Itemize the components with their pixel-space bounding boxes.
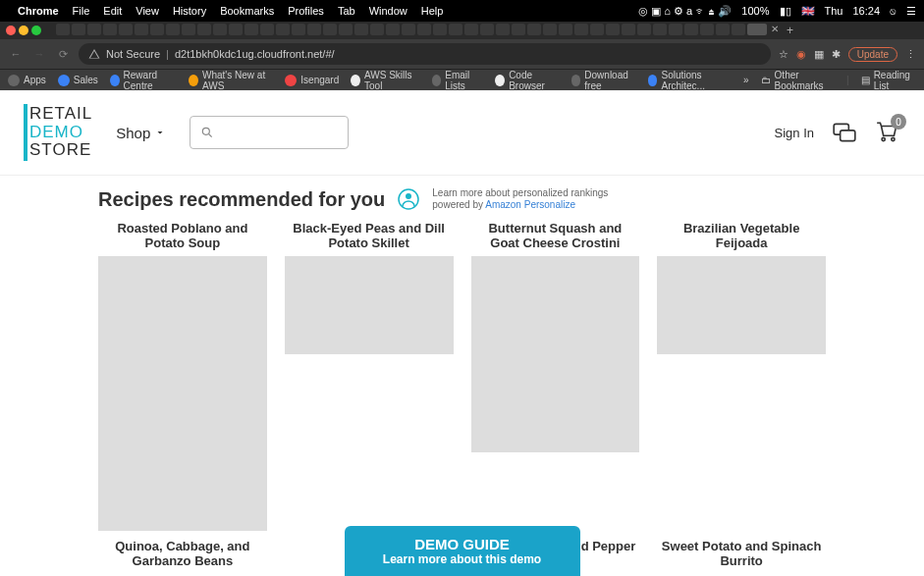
menu-help[interactable]: Help [421, 5, 444, 17]
bookmark-code[interactable]: Code Browser [495, 70, 559, 91]
clock-time: 16:24 [852, 5, 880, 17]
cart-count-badge: 0 [891, 114, 906, 130]
extension-1-icon[interactable]: ◉ [796, 48, 806, 61]
recipe-card[interactable]: Butternut Squash and Goat Cheese Crostin… [471, 221, 640, 531]
recipe-title: Butternut Squash and Goat Cheese Crostin… [471, 221, 640, 252]
recipe-card[interactable]: Roasted Poblano and Potato Soup [98, 221, 267, 531]
bookmarks-overflow[interactable]: » [743, 75, 749, 85]
cart-button[interactable]: 0 [875, 120, 900, 145]
chevron-down-icon [154, 127, 166, 138]
recipe-title[interactable]: Sweet Potato and Spinach Burrito [657, 539, 826, 568]
menu-window[interactable]: Window [369, 5, 408, 17]
active-tab[interactable] [747, 24, 767, 35]
personalize-link[interactable]: Amazon Personalize [485, 199, 575, 210]
recipe-title: Black-Eyed Peas and Dill Potato Skillet [285, 221, 454, 252]
macos-menubar: Chrome File Edit View History Bookmarks … [0, 0, 924, 22]
demo-guide-title: DEMO GUIDE [374, 536, 551, 552]
battery-pct: 100% [741, 5, 769, 17]
search-input[interactable] [190, 116, 349, 149]
svg-point-0 [203, 128, 210, 134]
bookmark-download[interactable]: Download free [571, 70, 636, 91]
browser-tab-strip: ✕ + [0, 22, 924, 39]
logo-retail: RETAIL [29, 105, 92, 124]
sign-in-link[interactable]: Sign In [775, 126, 814, 140]
flag-icon[interactable]: 🇬🇧 [801, 5, 815, 18]
window-close-button[interactable] [6, 26, 16, 35]
demo-guide-panel[interactable]: DEMO GUIDE Learn more about this demo [345, 526, 580, 576]
other-bookmarks[interactable]: 🗀Other Bookmarks [761, 70, 835, 91]
bookmark-solutions[interactable]: Solutions Architec... [648, 70, 732, 91]
menu-bookmarks[interactable]: Bookmarks [220, 5, 274, 17]
not-secure-label: Not Secure [106, 48, 160, 60]
status-icons: ◎ ▣ ⌂ ⚙ a ᯤ ⏏ 🔊 [638, 5, 732, 18]
browser-menu-icon[interactable]: ⋮ [905, 48, 916, 61]
svg-rect-3 [841, 131, 855, 141]
personalize-icon [397, 187, 420, 211]
logo[interactable]: RETAIL DEMO STORE [24, 104, 92, 161]
bookmark-isengard[interactable]: Isengard [285, 75, 339, 86]
browser-tabs[interactable]: ✕ + [56, 24, 793, 37]
menu-edit[interactable]: Edit [103, 5, 122, 17]
new-tab-button[interactable]: + [787, 24, 793, 37]
search-icon [200, 126, 214, 139]
url-text: d2t1bkh0kdc1ug.cloudfront.net/#/ [175, 48, 335, 60]
url-field[interactable]: Not Secure | d2t1bkh0kdc1ug.cloudfront.n… [79, 43, 771, 65]
window-zoom-button[interactable] [31, 26, 41, 35]
recipe-card[interactable]: Brazilian Vegetable Feijoada [657, 221, 826, 531]
shop-dropdown[interactable]: Shop [116, 125, 166, 141]
apps-button[interactable]: Apps [8, 75, 46, 86]
back-button[interactable]: ← [8, 46, 24, 62]
battery-icon: ▮▯ [780, 5, 791, 18]
recipe-title: Roasted Poblano and Potato Soup [98, 221, 267, 252]
bookmark-skills[interactable]: AWS Skills Tool [351, 70, 419, 91]
recipe-image [285, 256, 454, 354]
bookmark-email[interactable]: Email Lists [432, 70, 484, 91]
reload-button[interactable]: ⟳ [55, 46, 71, 62]
messages-icon[interactable] [832, 120, 857, 145]
recipe-title: Brazilian Vegetable Feijoada [657, 221, 826, 252]
demo-guide-subtitle: Learn more about this demo [374, 552, 551, 566]
forward-button[interactable]: → [31, 46, 47, 62]
warning-icon [88, 48, 100, 60]
search-icon[interactable]: ⍉ [890, 5, 897, 17]
svg-point-5 [406, 193, 411, 199]
section-title: Recipes recommended for you [98, 188, 385, 211]
svg-line-1 [209, 134, 212, 137]
menu-view[interactable]: View [136, 5, 159, 17]
menu-file[interactable]: File [73, 5, 90, 17]
menu-profiles[interactable]: Profiles [288, 5, 324, 17]
star-icon[interactable]: ☆ [779, 48, 788, 61]
site-header: RETAIL DEMO STORE Shop Sign In 0 [0, 90, 924, 176]
bookmark-whatsnew[interactable]: What's New at AWS [189, 70, 273, 91]
bookmark-sales[interactable]: Sales [58, 75, 98, 86]
browser-address-bar: ← → ⟳ Not Secure | d2t1bkh0kdc1ug.cloudf… [0, 39, 924, 69]
extension-2-icon[interactable]: ▦ [814, 48, 824, 61]
learn-more-text: Learn more about personalized rankings p… [432, 187, 608, 211]
recipe-image [471, 256, 640, 452]
recipe-title[interactable]: Quinoa, Cabbage, and Garbanzo Beans [98, 539, 267, 568]
extensions-icon[interactable]: ✱ [832, 48, 841, 61]
logo-store: STORE [29, 141, 92, 160]
window-minimize-button[interactable] [19, 26, 28, 35]
bookmark-reward[interactable]: Reward Centre [110, 70, 177, 91]
recipe-image [657, 256, 826, 354]
close-tab-icon[interactable]: ✕ [771, 24, 779, 37]
clock-day: Thu [825, 5, 843, 17]
recipe-image [98, 256, 267, 531]
menu-tab[interactable]: Tab [338, 5, 355, 17]
control-center-icon[interactable]: ☰ [906, 5, 916, 18]
recipe-card[interactable]: Black-Eyed Peas and Dill Potato Skillet [285, 221, 454, 531]
menubar-app[interactable]: Chrome [18, 5, 59, 17]
bookmarks-bar: Apps Sales Reward Centre What's New at A… [0, 69, 924, 90]
list-icon: ▤ [861, 75, 870, 85]
folder-icon: 🗀 [761, 75, 771, 85]
update-button[interactable]: Update [848, 47, 897, 62]
menu-history[interactable]: History [173, 5, 206, 17]
reading-list[interactable]: ▤Reading List [861, 70, 916, 91]
logo-demo: DEMO [29, 124, 92, 142]
